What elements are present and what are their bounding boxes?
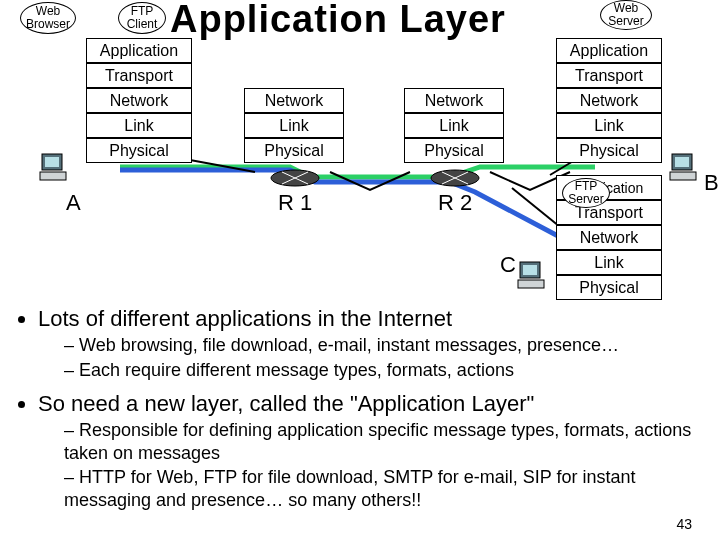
layer: Network [244, 88, 344, 113]
bullets-block: Lots of different applications in the In… [10, 306, 710, 521]
label-r1: R 1 [278, 190, 312, 216]
page-title: Application Layer [170, 0, 506, 41]
bubble-line: Browser [26, 18, 70, 31]
layer: Link [556, 250, 662, 275]
layer: Physical [244, 138, 344, 163]
router-icon [270, 168, 320, 188]
bubble-line: Client [127, 18, 158, 31]
bubble-web-browser: Web Browser [20, 2, 76, 34]
layer: Physical [556, 138, 662, 163]
bullet-sub: HTTP for Web, FTP for file download, SMT… [64, 466, 710, 511]
bullet-sub: Responsible for defining application spe… [64, 419, 710, 464]
label-r2: R 2 [438, 190, 472, 216]
bullet-sub: Web browsing, file download, e-mail, ins… [64, 334, 710, 357]
svg-rect-10 [523, 265, 537, 275]
router-icon [430, 168, 480, 188]
bullet-top: Lots of different applications in the In… [38, 306, 710, 381]
layer: Transport [86, 63, 192, 88]
network-diagram: Application Layer Application Transport … [10, 0, 710, 300]
bubble-line: Server [568, 193, 603, 206]
bullet-text: So need a new layer, called the "Applica… [38, 391, 534, 416]
label-b: B [704, 170, 719, 196]
stack-host-b: Application Transport Network Link Physi… [556, 38, 662, 163]
computer-icon [668, 150, 704, 186]
svg-rect-8 [670, 172, 696, 180]
bullet-top: So need a new layer, called the "Applica… [38, 391, 710, 511]
layer: Network [404, 88, 504, 113]
bubble-web-server: Web Server [600, 0, 652, 30]
stack-host-a: Application Transport Network Link Physi… [86, 38, 192, 163]
bubble-ftp-server: FTP Server [562, 178, 610, 208]
svg-rect-4 [45, 157, 59, 167]
layer: Link [244, 113, 344, 138]
layer: Link [404, 113, 504, 138]
layer: Network [556, 225, 662, 250]
layer: Physical [404, 138, 504, 163]
label-c: C [500, 252, 516, 278]
layer: Application [86, 38, 192, 63]
layer: Physical [86, 138, 192, 163]
stack-r2: Network Link Physical [404, 88, 504, 163]
layer: Application [556, 38, 662, 63]
svg-rect-5 [40, 172, 66, 180]
stack-r1: Network Link Physical [244, 88, 344, 163]
svg-rect-7 [675, 157, 689, 167]
layer: Network [556, 88, 662, 113]
svg-rect-11 [518, 280, 544, 288]
bubble-ftp-client: FTP Client [118, 2, 166, 34]
layer: Physical [556, 275, 662, 300]
label-a: A [66, 190, 81, 216]
computer-icon [38, 150, 74, 186]
slide-number: 43 [676, 516, 692, 532]
layer: Link [86, 113, 192, 138]
layer: Network [86, 88, 192, 113]
bullet-text: Lots of different applications in the In… [38, 306, 452, 331]
bullet-sub: Each require different message types, fo… [64, 359, 710, 382]
layer: Link [556, 113, 662, 138]
computer-icon [516, 258, 552, 294]
layer: Transport [556, 63, 662, 88]
bubble-line: Server [608, 15, 643, 28]
